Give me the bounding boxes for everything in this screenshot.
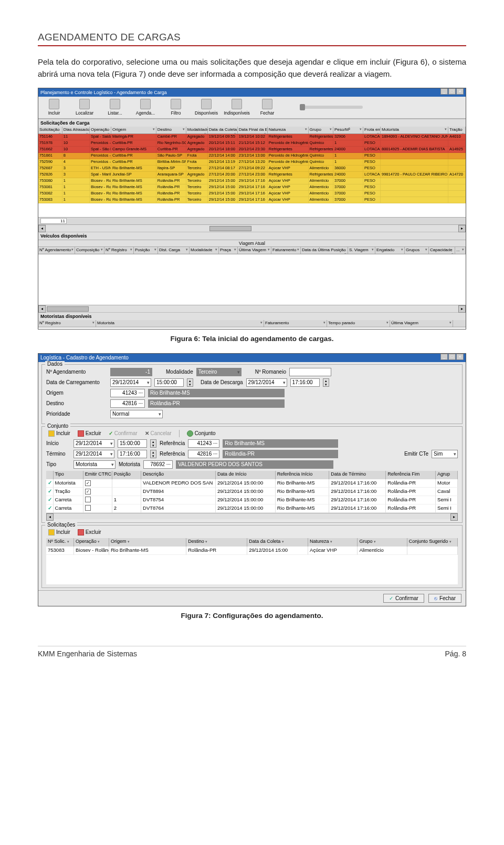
col-header[interactable]: Grupo ▾: [358, 538, 407, 547]
table-row[interactable]: ✓MotoristaVALDENOR PEDRO DOS SAN29/12/20…: [46, 479, 458, 488]
col-header[interactable]: Posição▾: [134, 247, 158, 254]
min-icon[interactable]: _: [440, 354, 448, 360]
close-icon[interactable]: ×: [456, 88, 464, 95]
col-header[interactable]: Destino ▾: [186, 538, 247, 547]
col-header[interactable]: Nº Agendamento▾: [38, 247, 75, 254]
toolbar-disponíveis[interactable]: Disponíveis: [193, 99, 220, 116]
table-row[interactable]: 7530801Biosev - Rolândia (IRio Brilhante…: [38, 178, 466, 184]
table-row[interactable]: 7525904Peroxidos - InterestCuritiba-PRBi…: [38, 159, 466, 166]
col-header[interactable]: Frota em▾: [363, 127, 381, 133]
sol-incluir-button[interactable]: Incluir: [46, 529, 72, 536]
close-icon[interactable]: ×: [456, 354, 464, 360]
col-header[interactable]: Faturamento▾: [264, 320, 327, 327]
col-header[interactable]: Agrup: [436, 471, 458, 479]
emitir-cte-select[interactable]: Sim: [432, 450, 458, 458]
termino-time[interactable]: 17:16:00: [118, 450, 147, 458]
conjunto-button[interactable]: Conjunto: [185, 430, 218, 437]
table-row[interactable]: 75197810Peroxidos - InterestCuritiba-PRR…: [38, 140, 466, 147]
col-header[interactable]: Capacidade▾: [429, 247, 455, 254]
data-desc-date[interactable]: 29/12/2014: [246, 378, 287, 387]
col-header[interactable]: Praça▾: [219, 247, 238, 254]
toolbar-agenda...[interactable]: Agenda...: [132, 99, 159, 116]
table-row[interactable]: 75166210Spal - São PauloCampo Grande-MSC…: [38, 147, 466, 153]
hscroll3[interactable]: ◂▸: [46, 513, 458, 519]
col-header[interactable]: Natureza▾: [268, 127, 309, 133]
col-header[interactable]: Referência Fim: [386, 471, 436, 479]
hscroll2[interactable]: ◂▸: [38, 305, 466, 312]
num-agendamento-field[interactable]: -1: [110, 368, 152, 376]
col-header[interactable]: Tração▾: [448, 127, 466, 133]
table-row[interactable]: 7530821Biosev - Rolândia (IRio Brilhante…: [38, 191, 466, 197]
ref1-code[interactable]: 41243 ···: [188, 439, 219, 448]
col-header[interactable]: Data da Coleta▾: [208, 127, 238, 133]
col-header[interactable]: Engatado▾: [375, 247, 405, 254]
col-header[interactable]: Conjunto Sugerido ▾: [407, 538, 458, 547]
col-header[interactable]: Modalidade▾: [190, 247, 219, 254]
toolbar-indisponíveis[interactable]: Indisponíveis: [223, 99, 250, 116]
num-romaneio-field[interactable]: [289, 368, 331, 376]
col-header[interactable]: Posição: [112, 471, 141, 479]
col-header[interactable]: Tempo parado▾: [327, 320, 390, 327]
col-header[interactable]: Dias Atrasado▾: [62, 127, 90, 133]
inicio-date[interactable]: 29/12/2014: [74, 439, 114, 448]
incluir-button[interactable]: Incluir: [46, 430, 72, 437]
ref2-code[interactable]: 42816 ···: [188, 450, 219, 458]
toolbar-incluir[interactable]: Incluir: [40, 99, 68, 116]
col-header[interactable]: Solicitação▾: [38, 127, 62, 133]
col-header[interactable]: [46, 471, 54, 479]
toolbar-listar...[interactable]: Listar...: [101, 99, 129, 116]
hscroll[interactable]: ◂▸: [38, 224, 466, 232]
modalidade-select[interactable]: Terceiro: [196, 368, 242, 376]
excluir-button[interactable]: Excluir: [76, 430, 103, 437]
col-header[interactable]: Referência Início: [276, 471, 329, 479]
col-header[interactable]: Emitir CTRC: [83, 471, 112, 479]
col-header[interactable]: Data Final da Entre▾: [238, 127, 268, 133]
col-header[interactable]: Última Viagem▾: [238, 247, 271, 254]
table-row[interactable]: ✓TraçãoDVT889429/12/2014 15:00:00Rio Bri…: [46, 488, 458, 496]
col-header[interactable]: Nº Registro▾: [104, 247, 134, 254]
col-header[interactable]: Grupo▾: [309, 127, 333, 133]
min-icon[interactable]: _: [440, 88, 448, 95]
table-row[interactable]: 7530831Biosev - Rolândia (IRio Brilhante…: [38, 197, 466, 203]
max-icon[interactable]: □: [448, 354, 456, 360]
col-header[interactable]: Composição▾: [75, 247, 104, 254]
col-header[interactable]: Tipo: [54, 471, 83, 479]
col-header[interactable]: Data de Término: [329, 471, 386, 479]
col-header[interactable]: Data da Coleta ▾: [247, 538, 308, 547]
data-carr-time[interactable]: 15:00:00: [154, 378, 184, 387]
col-header[interactable]: Peso/M³▾: [333, 127, 363, 133]
col-header[interactable]: Nº Registro▾: [38, 320, 96, 327]
origem-code[interactable]: 41243 ···: [110, 389, 145, 397]
col-header[interactable]: Grupos▾: [405, 247, 429, 254]
prioridade-select[interactable]: Normal: [110, 410, 163, 418]
table-row[interactable]: 7526873ETH - USINA ELDRio Brilhante-MSIt…: [38, 166, 466, 172]
table-row[interactable]: ✓Carreta1DVT875429/12/2014 15:00:00Rio B…: [46, 496, 458, 504]
destino-code[interactable]: 42816 ···: [110, 399, 145, 408]
motorista-code[interactable]: 78692 ···: [143, 460, 173, 469]
table-row[interactable]: 7518618Peroxidos - InterestCuritiba-PRSã…: [38, 153, 466, 159]
col-header[interactable]: Dist. Carga▾: [158, 247, 190, 254]
inicio-time[interactable]: 15:00:00: [118, 439, 147, 448]
col-header[interactable]: Data de Início: [216, 471, 276, 479]
data-desc-time[interactable]: 17:16:00: [290, 378, 320, 387]
toolbar-localizar[interactable]: Localizar: [71, 99, 98, 116]
col-header[interactable]: ...▾: [455, 247, 466, 254]
table-row[interactable]: 753083Biosev - Rolândia (IRio Brilhante-…: [46, 547, 458, 555]
col-header[interactable]: Última Viagem▾: [390, 320, 453, 327]
data-carr-date[interactable]: 29/12/2014: [110, 378, 151, 387]
toolbar-fechar[interactable]: Fechar: [254, 99, 281, 116]
table-row[interactable]: ✓Carreta2DVT876429/12/2014 15:00:00Rio B…: [46, 504, 458, 513]
col-header[interactable]: S. Viagem▾: [348, 247, 375, 254]
slider[interactable]: [300, 106, 363, 109]
col-header[interactable]: Descrição: [141, 471, 216, 479]
col-header[interactable]: Operação ▾: [74, 538, 109, 547]
table-row[interactable]: 7528263Spal - MaríliaJundiaí-SPAraraquar…: [38, 172, 466, 178]
table-row[interactable]: 7530811Biosev - Rolândia (IRio Brilhante…: [38, 184, 466, 191]
col-header[interactable]: Natureza ▾: [308, 538, 358, 547]
termino-date[interactable]: 29/12/2014: [74, 450, 114, 458]
tipo-select[interactable]: Motorista: [74, 460, 116, 469]
table-row[interactable]: 75114611Spal - Saida de MaMaringá-PRCamb…: [38, 134, 466, 140]
col-header[interactable]: Destino▾: [156, 127, 186, 133]
col-header[interactable]: Operação▾: [90, 127, 111, 133]
col-header[interactable]: Modalidade▾: [186, 127, 208, 133]
